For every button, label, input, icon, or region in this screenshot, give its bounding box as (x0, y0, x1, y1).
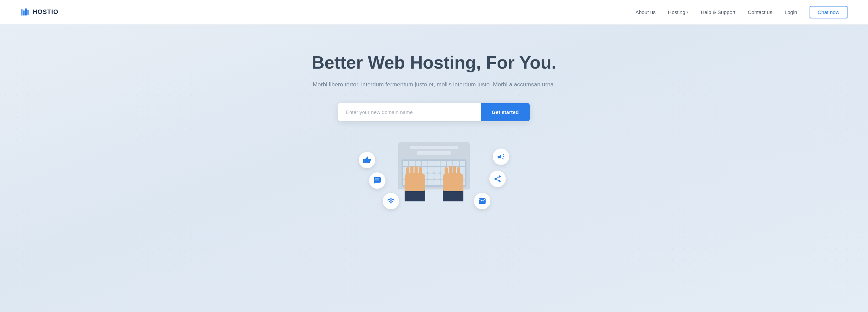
get-started-button[interactable]: Get started (481, 103, 530, 121)
finger (457, 167, 460, 175)
hosting-dropdown-icon: ▾ (687, 10, 688, 14)
svg-rect-3 (27, 10, 29, 15)
finger (415, 166, 418, 175)
hero-subtitle: Morbi libero tortor, interdum fermentum … (312, 80, 556, 89)
finger (406, 167, 409, 175)
screen-bar-2 (417, 151, 451, 155)
navbar: HOSTIO About us Hosting ▾ Help & Support… (0, 0, 868, 25)
key (447, 161, 452, 167)
svg-rect-0 (21, 9, 23, 16)
key (434, 161, 440, 167)
nav-about-us[interactable]: About us (635, 9, 655, 15)
nav-login[interactable]: Login (785, 9, 797, 15)
nav-help-support[interactable]: Help & Support (701, 9, 735, 15)
domain-search-input[interactable] (338, 103, 481, 121)
logo-text: HOSTIO (33, 9, 58, 16)
hero-title: Better Web Hosting, For You. (312, 52, 556, 73)
key (428, 180, 434, 185)
logo-icon (21, 8, 30, 17)
mail-icon (474, 193, 490, 209)
key (428, 173, 434, 179)
key (422, 161, 427, 167)
finger (453, 166, 456, 175)
megaphone-icon (493, 148, 509, 165)
logo[interactable]: HOSTIO (21, 8, 58, 17)
thumbsup-icon (359, 152, 375, 168)
wifi-icon (383, 193, 399, 209)
nav-contact-us[interactable]: Contact us (748, 9, 772, 15)
svg-rect-2 (25, 8, 27, 16)
hero-illustration (352, 138, 516, 217)
key (434, 180, 440, 185)
domain-search-bar: Get started (338, 103, 530, 121)
hero-section: Better Web Hosting, For You. Morbi liber… (0, 25, 868, 312)
finger (410, 166, 413, 175)
key (453, 161, 459, 167)
finger (419, 167, 422, 175)
key (409, 161, 415, 167)
nav-links: About us Hosting ▾ Help & Support Contac… (635, 6, 847, 18)
chat-now-button[interactable]: Chat now (810, 6, 847, 18)
chat-icon (369, 172, 385, 189)
finger (449, 166, 452, 175)
hand-right (442, 171, 465, 201)
key (434, 173, 440, 179)
nav-hosting[interactable]: Hosting ▾ (668, 9, 689, 15)
palm-left (405, 173, 425, 191)
key (434, 167, 440, 173)
key (416, 161, 421, 167)
hero-content: Better Web Hosting, For You. Morbi liber… (312, 52, 556, 121)
key (460, 161, 465, 167)
palm-right (443, 173, 463, 191)
svg-rect-1 (23, 10, 25, 16)
hand-left (403, 171, 426, 201)
key (428, 161, 434, 167)
finger (445, 167, 448, 175)
share-icon (489, 171, 506, 187)
screen-bar-1 (410, 146, 458, 149)
key (440, 161, 446, 167)
key (403, 161, 408, 167)
key (428, 167, 434, 173)
